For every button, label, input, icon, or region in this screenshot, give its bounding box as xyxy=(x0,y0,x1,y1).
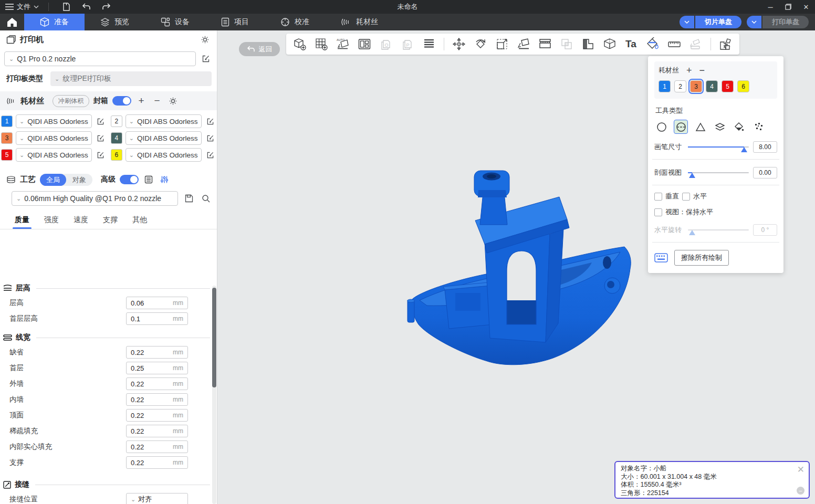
split-object-button[interactable] xyxy=(537,36,553,52)
section-view-slider[interactable] xyxy=(688,172,749,173)
slider-thumb[interactable] xyxy=(741,147,747,152)
printer-select[interactable]: ⌄ Q1 Pro 0.2 nozzle xyxy=(4,51,196,66)
print-options-button[interactable] xyxy=(747,16,761,28)
filament-edit-button-6[interactable] xyxy=(205,149,216,161)
internal-solid-infill-line-width-input[interactable]: 0.22mm xyxy=(126,440,188,453)
tab-other[interactable]: 其他 xyxy=(125,212,154,229)
paint-swatch-1[interactable]: 1 xyxy=(659,80,671,92)
viewport-3d[interactable]: 返回 AUTO O P xyxy=(218,30,815,504)
scope-object[interactable]: 对象 xyxy=(66,174,92,186)
tab-strength[interactable]: 强度 xyxy=(37,212,66,229)
seam-position-select[interactable]: ⌄对齐 xyxy=(126,493,188,504)
paint-tool-button[interactable] xyxy=(644,36,661,52)
filament-edit-button-2[interactable] xyxy=(205,116,216,127)
filament-swatch-2[interactable]: 2 xyxy=(111,116,122,127)
horizontal-rotate-value[interactable]: 0 ° xyxy=(753,224,777,236)
outer-wall-line-width-input[interactable]: 0.22mm xyxy=(126,377,188,390)
text-tool-button[interactable]: Ta xyxy=(623,36,640,52)
filament-select-5[interactable]: ⌄QIDI ABS Odorless xyxy=(16,148,92,162)
paint-swatch-4[interactable]: 4 xyxy=(706,80,718,92)
tab-speed[interactable]: 速度 xyxy=(66,212,96,229)
split-parts-button[interactable] xyxy=(580,36,597,52)
height-range-tool[interactable] xyxy=(713,120,727,134)
search-preset-button[interactable] xyxy=(200,193,212,204)
paint-swatch-6[interactable]: 6 xyxy=(737,80,749,92)
seal-toggle[interactable] xyxy=(112,96,131,106)
filament-swatch-5[interactable]: 5 xyxy=(1,149,13,161)
tab-project[interactable]: 项目 xyxy=(205,14,265,30)
circle-brush-tool[interactable] xyxy=(654,120,668,134)
horizontal-rotate-slider[interactable] xyxy=(688,229,749,230)
filament-edit-button-3[interactable] xyxy=(95,132,107,144)
brush-size-value[interactable]: 8.00 xyxy=(753,141,777,153)
first-layer-line-width-input[interactable]: 0.25mm xyxy=(126,362,188,374)
home-button[interactable] xyxy=(0,14,24,30)
section-view-value[interactable]: 0.00 xyxy=(753,167,777,178)
vertical-checkbox[interactable] xyxy=(654,193,662,201)
gap-fill-tool[interactable] xyxy=(751,120,766,134)
paint-add-filament-button[interactable]: + xyxy=(686,66,692,75)
slider-thumb[interactable] xyxy=(689,230,695,235)
slider-thumb[interactable] xyxy=(689,173,695,178)
param-list-button[interactable] xyxy=(143,174,154,185)
fill-tool[interactable] xyxy=(732,120,746,134)
model-benchy-boat[interactable] xyxy=(396,168,633,368)
plate-type-select[interactable]: ⌄ 纹理PEI打印板 xyxy=(50,71,212,86)
filament-select-2[interactable]: ⌄QIDI ABS Odorless xyxy=(126,114,202,128)
filament-edit-button-5[interactable] xyxy=(95,149,107,161)
scale-button[interactable] xyxy=(494,36,510,52)
seam-paint-button[interactable] xyxy=(687,36,704,52)
tab-quality[interactable]: 质量 xyxy=(7,212,37,229)
flush-volume-button[interactable]: 冲刷体积 xyxy=(53,95,89,107)
scrollbar-thumb[interactable] xyxy=(212,288,216,387)
save-button[interactable] xyxy=(58,1,74,13)
layers-tool-button[interactable] xyxy=(421,36,437,52)
move-button[interactable] xyxy=(451,36,467,52)
filament-edit-button-4[interactable] xyxy=(205,132,216,144)
slice-options-button[interactable] xyxy=(680,16,694,28)
sphere-brush-tool[interactable] xyxy=(674,120,688,134)
filament-select-6[interactable]: ⌄QIDI ABS Odorless xyxy=(126,148,202,162)
arrange-button[interactable] xyxy=(356,36,373,52)
save-preset-button[interactable] xyxy=(183,193,195,204)
triangle-tool[interactable] xyxy=(693,120,707,134)
print-button[interactable]: 打印单盘 xyxy=(762,16,809,28)
sparse-infill-line-width-input[interactable]: 0.22mm xyxy=(126,425,188,437)
erase-all-button[interactable]: 擦除所有绘制 xyxy=(674,250,729,266)
support-line-width-input[interactable]: 0.22mm xyxy=(126,456,188,469)
horizontal-checkbox[interactable] xyxy=(682,193,690,201)
top-surface-line-width-input[interactable]: 0.22mm xyxy=(126,409,188,422)
tab-device[interactable]: 设备 xyxy=(145,14,205,30)
assembly-button[interactable] xyxy=(717,36,734,52)
paint-swatch-2[interactable]: 2 xyxy=(674,80,686,92)
add-plate-button[interactable] xyxy=(313,36,330,52)
tab-preview[interactable]: 预览 xyxy=(85,14,145,30)
process-preset-select[interactable]: ⌄ 0.06mm High Quality @Q1 Pro 0.2 nozzle xyxy=(12,191,178,206)
minimize-button[interactable]: ─ xyxy=(761,0,779,14)
add-filament-button[interactable]: + xyxy=(135,95,147,107)
first-layer-height-input[interactable]: 0.1mm xyxy=(126,312,188,325)
filament-swatch-4[interactable]: 4 xyxy=(111,132,122,144)
measure-button[interactable] xyxy=(666,36,683,52)
slice-button[interactable]: 切片单盘 xyxy=(695,16,741,28)
scope-global[interactable]: 全局 xyxy=(40,174,66,186)
tab-support[interactable]: 支撑 xyxy=(96,212,125,229)
paste-button[interactable]: P xyxy=(399,36,416,52)
filament-settings-button[interactable] xyxy=(167,95,179,107)
printer-edit-button[interactable] xyxy=(200,53,212,65)
layer-height-input[interactable]: 0.06mm xyxy=(126,297,188,309)
merge-button[interactable] xyxy=(558,36,575,52)
keyboard-shortcuts-icon[interactable] xyxy=(654,253,668,262)
tab-calibrate[interactable]: 校准 xyxy=(265,14,325,30)
filament-select-1[interactable]: ⌄QIDI ABS Odorless xyxy=(16,114,92,128)
info-close-button[interactable]: ✕ xyxy=(797,465,804,474)
back-button[interactable]: 返回 xyxy=(239,42,280,56)
brush-size-slider[interactable] xyxy=(688,146,749,148)
add-object-button[interactable] xyxy=(291,36,308,52)
close-button[interactable]: ✕ xyxy=(797,0,815,14)
filament-select-4[interactable]: ⌄QIDI ABS Odorless xyxy=(126,131,202,145)
lay-on-face-button[interactable] xyxy=(515,36,532,52)
remove-filament-button[interactable]: − xyxy=(151,95,163,107)
default-line-width-input[interactable]: 0.22mm xyxy=(126,346,188,359)
keep-horizontal-checkbox[interactable] xyxy=(654,208,662,216)
